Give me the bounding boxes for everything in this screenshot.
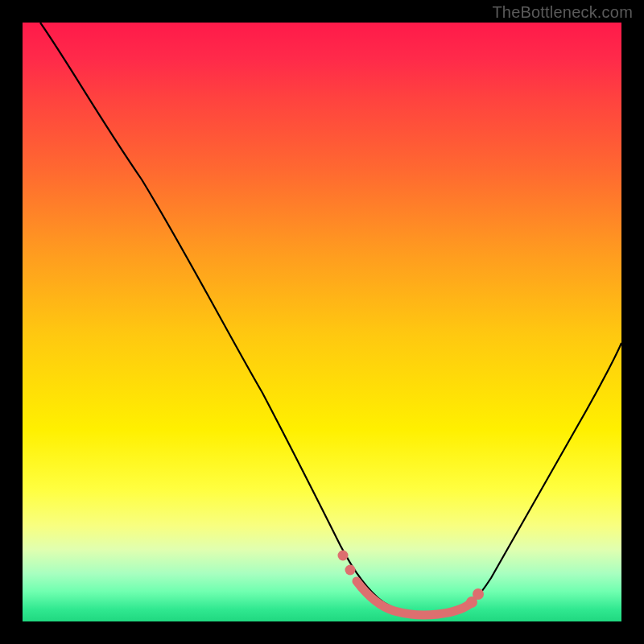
highlight-marker-icon — [345, 565, 356, 576]
highlight-marker-icon — [473, 588, 484, 600]
plot-area — [23, 23, 621, 621]
optimal-range-highlight — [357, 581, 470, 615]
chart-svg — [23, 23, 621, 621]
watermark-text: TheBottleneck.com — [492, 3, 633, 22]
highlight-marker-icon — [338, 551, 349, 561]
bottleneck-curve — [40, 23, 621, 615]
chart-frame: TheBottleneck.com — [0, 0, 644, 644]
